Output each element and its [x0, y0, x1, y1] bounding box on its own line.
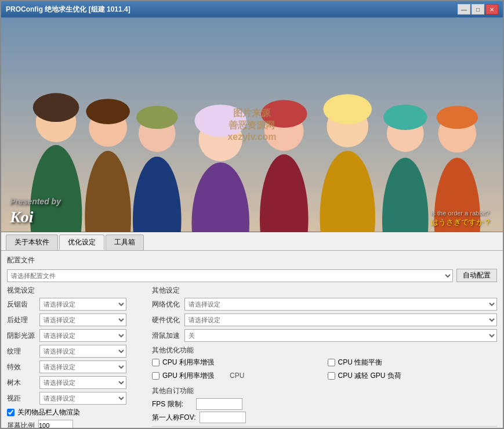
close-button[interactable]: ✕	[485, 4, 498, 15]
inventory-render-label: 关闭物品栏人物渲染	[17, 408, 80, 417]
screen-ratio-label: 屏幕比例	[7, 421, 35, 428]
postprocess-select[interactable]: 请选择设定	[39, 313, 126, 326]
title-bar: PROConfig 绝地求生优化 [组建 1011.4] — □ ✕	[1, 1, 503, 17]
fov-row: 第一人称FOV:	[152, 412, 497, 423]
cpu-util-checkbox[interactable]	[152, 359, 159, 366]
antialiasing-label: 反锯齿	[7, 300, 36, 309]
fps-input[interactable]	[196, 398, 242, 410]
texture-label: 纹理	[7, 347, 36, 356]
cpu-reduce-row: CPU 减轻 GPU 负荷	[328, 371, 498, 381]
gpu-util-checkbox[interactable]	[152, 372, 159, 380]
auto-config-button[interactable]: 自动配置	[456, 269, 497, 282]
effects-row: 特效 请选择设定	[7, 360, 146, 373]
main-window: PROConfig 绝地求生优化 [组建 1011.4] — □ ✕	[0, 0, 504, 429]
content-area: 配置文件 请选择配置文件 自动配置 视觉设定 反锯齿 请选择设定	[1, 251, 503, 428]
config-file-row: 配置文件	[7, 255, 497, 265]
antialiasing-row: 反锯齿 请选择设定	[7, 298, 146, 311]
cpu-balance-checkbox[interactable]	[328, 359, 335, 366]
tab-about[interactable]: 关于本软件	[6, 235, 58, 250]
banner-logo: Presented by Koi	[10, 193, 61, 226]
other-settings-section: 其他设定 网络优化 请选择设定 硬件优化 请选择设定 滑鼠	[152, 286, 497, 342]
tab-toolbox[interactable]: 工具箱	[106, 235, 144, 250]
optimization-section: 其他优化功能 CPU 利用率增强 CPU 性能平衡 GPU 利用率增强	[152, 345, 497, 383]
hardware-label: 硬件优化	[152, 315, 181, 325]
fov-label: 第一人称FOV:	[152, 413, 196, 423]
visual-settings-title: 视觉设定	[7, 286, 146, 295]
cpu-util-label: CPU 利用率增强	[162, 358, 214, 367]
network-select[interactable]: 请选择设定	[184, 298, 497, 311]
cpu-reduce-label: CPU 减轻 GPU 负荷	[338, 371, 401, 381]
cpu-util-row: CPU 利用率增强	[152, 358, 322, 367]
effects-label: 特效	[7, 362, 36, 372]
optimization-title: 其他优化功能	[152, 345, 497, 355]
cpu-balance-row: CPU 性能平衡	[328, 358, 498, 367]
fps-row: FPS 限制:	[152, 398, 497, 410]
cpu-balance-label: CPU 性能平衡	[338, 358, 383, 367]
tree-label: 树木	[7, 378, 36, 388]
config-file-label: 配置文件	[7, 255, 35, 265]
window-controls: — □ ✕	[458, 4, 498, 15]
maximize-button[interactable]: □	[472, 4, 484, 15]
network-row: 网络优化 请选择设定	[152, 298, 497, 311]
shadow-row: 阴影光源 请选择设定	[7, 329, 146, 342]
banner-subtitle: is the order a rabbit? はうさぎですか？	[431, 208, 491, 228]
hardware-select[interactable]: 请选择设定	[184, 313, 497, 326]
viewdist-row: 视距 请选择设定	[7, 392, 146, 405]
tree-select[interactable]: 请选择设定	[39, 376, 126, 389]
tabs-bar: 关于本软件 优化设定 工具箱	[1, 232, 503, 251]
mouse-label: 滑鼠加速	[152, 331, 181, 341]
custom-section: 其他自订功能 FPS 限制: 第一人称FOV:	[152, 386, 497, 423]
banner-watermark: 图片来源 善恶资源网 xezyiv.com	[227, 107, 276, 142]
screen-ratio-input[interactable]	[38, 420, 73, 428]
screen-ratio-row: 屏幕比例	[7, 420, 146, 428]
inventory-render-row: 关闭物品栏人物渲染	[7, 408, 146, 417]
mouse-select[interactable]: 关	[184, 329, 497, 342]
texture-select[interactable]: 请选择设定	[39, 345, 126, 358]
postprocess-row: 后处理 请选择设定	[7, 313, 146, 326]
window-title: PROConfig 绝地求生优化 [组建 1011.4]	[6, 5, 130, 15]
config-select-row: 请选择配置文件 自动配置	[7, 269, 497, 282]
cpu-reduce-checkbox[interactable]	[328, 372, 335, 380]
effects-select[interactable]: 请选择设定	[39, 360, 126, 373]
shadow-label: 阴影光源	[7, 331, 36, 341]
right-panel: 其他设定 网络优化 请选择设定 硬件优化 请选择设定 滑鼠	[152, 286, 497, 428]
fps-label: FPS 限制:	[152, 399, 193, 409]
cpu-label: CPU	[230, 372, 244, 380]
hardware-row: 硬件优化 请选择设定	[152, 313, 497, 326]
texture-row: 纹理 请选择设定	[7, 345, 146, 358]
shadow-select[interactable]: 请选择设定	[39, 329, 126, 342]
postprocess-label: 后处理	[7, 315, 36, 325]
inventory-render-checkbox[interactable]	[7, 409, 14, 416]
main-layout: 视觉设定 反锯齿 请选择设定 后处理 请选择设定 阴影光源	[7, 286, 497, 428]
optimization-grid: CPU 利用率增强 CPU 性能平衡 GPU 利用率增强 CPU 减轻	[152, 358, 497, 383]
network-label: 网络优化	[152, 300, 181, 309]
tree-row: 树木 请选择设定	[7, 376, 146, 389]
gpu-util-label: GPU 利用率增强	[162, 371, 214, 381]
banner: 图片来源 善恶资源网 xezyiv.com Presented by Koi i…	[1, 17, 503, 232]
viewdist-select[interactable]: 请选择设定	[39, 392, 126, 405]
antialiasing-select[interactable]: 请选择设定	[39, 298, 126, 311]
custom-title: 其他自订功能	[152, 386, 497, 396]
tab-optimize[interactable]: 优化设定	[59, 235, 104, 250]
viewdist-label: 视距	[7, 394, 36, 403]
left-panel: 视觉设定 反锯齿 请选择设定 后处理 请选择设定 阴影光源	[7, 286, 146, 428]
minimize-button[interactable]: —	[458, 4, 470, 15]
mouse-row: 滑鼠加速 关	[152, 329, 497, 342]
other-settings-title: 其他设定	[152, 286, 497, 295]
fov-input[interactable]	[200, 412, 246, 423]
visual-settings-section: 视觉设定 反锯齿 请选择设定 后处理 请选择设定 阴影光源	[7, 286, 146, 428]
config-file-select[interactable]: 请选择配置文件	[7, 269, 453, 282]
